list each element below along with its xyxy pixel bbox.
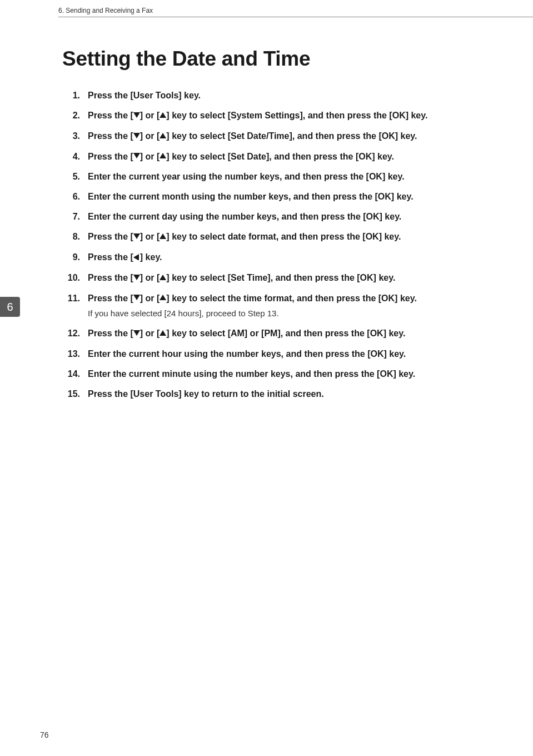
instruction-step: 2.Press the [] or [] key to select [Syst… [62,109,500,123]
step-number: 11. [62,292,80,320]
svg-marker-11 [133,295,140,300]
step-text: Press the [User Tools] key. [88,89,500,102]
step-text: Enter the current month using the number… [88,190,500,203]
step-text-segment: ] key. [140,252,162,262]
step-text-segment: ] key to select [Set Time], and then pre… [166,273,395,282]
step-number: 14. [62,367,80,381]
step-text-segment: Press the [ [88,232,133,241]
arrow-down-icon [133,109,140,122]
step-number: 2. [62,109,80,123]
step-content: Enter the current year using the number … [80,170,500,183]
svg-marker-7 [160,233,166,239]
step-content: Press the [] or [] key to select [AM] or… [80,327,500,341]
instruction-step: 4.Press the [] or [] key to select [Set … [62,150,500,164]
step-text: Press the [] or [] key to select the tim… [88,292,500,306]
step-text-segment: ] key to select the time format, and the… [166,294,416,303]
arrow-up-icon [160,271,166,285]
step-text-segment: Enter the current day using the number k… [88,212,401,221]
arrow-up-icon [160,291,166,305]
arrow-down-icon [133,150,140,163]
step-text-segment: ] key to select [System Settings], and t… [166,111,427,120]
step-text: Press the [] or [] key to select date fo… [88,230,500,244]
step-text-segment: Press the [User Tools] key to return to … [88,389,324,399]
svg-marker-6 [133,233,140,239]
step-text-segment: Enter the current year using the number … [88,172,405,181]
chapter-tab: 6 [0,297,20,317]
svg-marker-2 [133,133,140,138]
arrow-up-icon [160,130,166,143]
step-content: Enter the current day using the number k… [80,210,500,223]
step-text: Enter the current day using the number k… [88,210,500,223]
step-text-segment: Press the [ [88,131,133,141]
step-number: 8. [62,230,80,244]
step-content: Press the [] or [] key to select [Set Da… [80,130,500,143]
instruction-step: 7.Enter the current day using the number… [62,210,500,223]
arrow-up-icon [160,327,166,340]
step-text-segment: Press the [ [88,294,133,303]
step-text-segment: ] key to select [AM] or [PM], and then p… [166,329,405,338]
step-content: Press the [] key. [80,251,500,265]
step-text-segment: Enter the current minute using the numbe… [88,369,415,379]
svg-marker-9 [133,275,140,280]
step-number: 5. [62,170,80,183]
instruction-step: 14.Enter the current minute using the nu… [62,367,500,381]
page-number: 76 [40,730,49,739]
page-header-chapter: 6. Sending and Receiving a Fax [58,7,153,14]
step-content: Press the [User Tools] key to return to … [80,387,500,401]
step-number: 9. [62,251,80,265]
instruction-step: 12.Press the [] or [] key to select [AM]… [62,327,500,341]
step-number: 1. [62,89,80,102]
step-content: Press the [] or [] key to select the tim… [80,292,500,320]
instruction-step: 9.Press the [] key. [62,251,500,265]
step-content: Enter the current minute using the numbe… [80,367,500,381]
step-text-segment: Press the [ [88,111,133,120]
svg-marker-13 [133,330,140,336]
svg-marker-14 [160,330,166,336]
step-text-segment: Press the [ [88,252,133,262]
step-note: If you have selected [24 hours], proceed… [88,307,500,320]
step-text-segment: ] key to select [Set Date], and then pre… [166,152,394,161]
instruction-steps: 1.Press the [User Tools] key.2.Press the… [62,89,500,407]
svg-marker-3 [160,133,166,138]
step-text-segment: ] key to select [Set Date/Time], and the… [166,131,417,141]
arrow-down-icon [133,291,140,305]
header-rule [58,17,533,17]
svg-marker-8 [133,254,139,260]
step-content: Press the [] or [] key to select date fo… [80,230,500,244]
svg-marker-1 [160,112,166,118]
step-number: 15. [62,387,80,401]
instruction-step: 8.Press the [] or [] key to select date … [62,230,500,244]
step-text: Press the [] or [] key to select [Set Da… [88,130,500,143]
step-content: Press the [] or [] key to select [System… [80,109,500,123]
arrow-up-icon [160,230,166,243]
step-text: Press the [] or [] key to select [Set Da… [88,150,500,164]
arrow-down-icon [133,130,140,143]
step-content: Press the [] or [] key to select [Set Ti… [80,271,500,285]
step-text-segment: ] or [ [140,152,160,161]
step-text: Press the [] key. [88,251,500,265]
step-text: Enter the current hour using the number … [88,347,500,361]
step-text-segment: Press the [ [88,273,133,282]
arrow-up-icon [160,109,166,122]
arrow-down-icon [133,271,140,285]
svg-marker-10 [160,275,166,280]
step-number: 10. [62,271,80,285]
arrow-left-icon [133,251,140,264]
step-text: Press the [] or [] key to select [AM] or… [88,327,500,341]
step-text-segment: Press the [User Tools] key. [88,91,201,100]
step-number: 6. [62,190,80,203]
step-text-segment: ] key to select date format, and then pr… [166,232,401,241]
step-content: Enter the current month using the number… [80,190,500,203]
step-content: Press the [] or [] key to select [Set Da… [80,150,500,164]
svg-marker-0 [133,112,140,118]
step-text-segment: ] or [ [140,329,160,338]
step-text: Enter the current minute using the numbe… [88,367,500,381]
instruction-step: 6.Enter the current month using the numb… [62,190,500,203]
arrow-down-icon [133,230,140,243]
step-number: 7. [62,210,80,223]
step-text: Press the [] or [] key to select [Set Ti… [88,271,500,285]
step-text: Press the [] or [] key to select [System… [88,109,500,123]
step-text-segment: ] or [ [140,294,160,303]
step-text-segment: ] or [ [140,131,160,141]
step-text-segment: ] or [ [140,111,160,120]
